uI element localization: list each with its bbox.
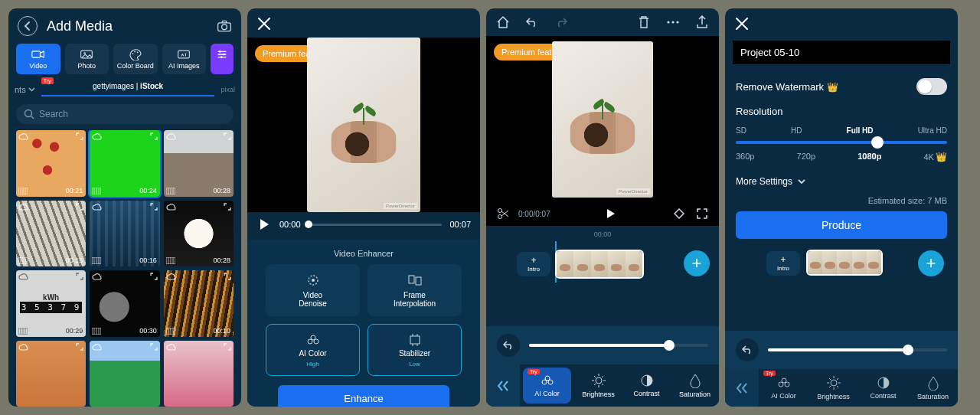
add-clip-button[interactable]: + [918, 250, 944, 276]
value-slider[interactable] [529, 344, 708, 347]
crown-icon: 👑 [936, 152, 947, 162]
more-settings-button[interactable]: More Settings [725, 172, 958, 194]
tool-brightness[interactable]: Brightness [808, 369, 858, 407]
seek-knob[interactable] [305, 221, 312, 228]
resolution-slider[interactable] [736, 141, 947, 144]
play-button[interactable] [603, 206, 619, 221]
reset-button[interactable] [497, 334, 520, 357]
source-getty[interactable]: Try gettyimages | iStock [41, 82, 215, 96]
tool-contrast[interactable]: Contrast [622, 364, 671, 407]
tab-aiimages[interactable]: AI Images [162, 44, 207, 74]
brightness-icon [826, 375, 841, 390]
thumb-duration: 00:21 [66, 187, 83, 194]
tools-back-button[interactable] [725, 369, 759, 407]
media-thumb[interactable]: 00:24 [90, 130, 159, 197]
back-button[interactable] [18, 16, 38, 36]
slider-knob[interactable] [903, 345, 913, 355]
seek-slider[interactable] [309, 224, 443, 226]
filmstrip-icon [92, 257, 101, 264]
tab-colorboard[interactable]: Color Board [113, 44, 158, 74]
opt-interpolation[interactable]: Frame Interpolation [368, 264, 462, 316]
cloud-icon [166, 203, 177, 212]
media-thumb[interactable]: 00:15 [16, 201, 86, 267]
delete-button[interactable] [636, 15, 652, 30]
chevron-double-left-icon [735, 382, 749, 394]
tool-brightness[interactable]: Brightness [574, 364, 622, 407]
tool-aicolor[interactable]: TryAI Color [523, 368, 571, 404]
keyframe-button[interactable] [671, 206, 687, 221]
tool-saturation[interactable]: Saturation [671, 364, 719, 407]
svg-point-7 [137, 51, 139, 53]
tool-label: Saturation [679, 390, 710, 398]
denoise-icon [305, 273, 322, 288]
undo-button[interactable] [524, 15, 540, 30]
tool-contrast[interactable]: Contrast [858, 369, 908, 407]
tools-back-button[interactable] [486, 364, 520, 407]
more-icon [666, 20, 680, 25]
resolution-categories: SD HD Full HD Ultra HD [725, 120, 958, 136]
watermark-toggle[interactable] [916, 78, 947, 95]
opt-label: Video Denoise [299, 291, 327, 308]
media-thumb[interactable]: 00:21 [16, 130, 86, 197]
media-thumb[interactable]: 00:10 [164, 270, 234, 337]
close-button[interactable] [734, 16, 751, 33]
home-button[interactable] [495, 15, 511, 30]
scissors-button[interactable] [495, 206, 511, 221]
reset-button[interactable] [736, 338, 759, 361]
svg-point-38 [596, 377, 602, 384]
project-name-input[interactable]: Project 05-10 [733, 41, 950, 64]
opt-denoise[interactable]: Video Denoise [266, 264, 360, 316]
expand-icon [150, 273, 158, 280]
opt-label: Stabilizer [399, 349, 430, 358]
add-clip-button[interactable]: + [684, 250, 710, 276]
expand-icon [224, 273, 231, 280]
more-button[interactable] [665, 15, 681, 30]
svg-point-6 [134, 51, 136, 53]
media-thumb[interactable]: 00:28 [164, 130, 234, 197]
enhancer-panel: Video Enhancer Video Denoise Frame Inter… [247, 240, 480, 407]
tab-video[interactable]: Video [16, 44, 60, 74]
timeline[interactable]: +Intro + [725, 247, 958, 280]
media-thumb[interactable]: 00:28 [164, 201, 234, 267]
media-thumb[interactable] [16, 341, 86, 407]
value-slider[interactable] [768, 348, 947, 351]
timeline-clip[interactable] [555, 250, 644, 279]
undo-icon [741, 345, 753, 355]
close-button[interactable] [256, 16, 273, 33]
camera-button[interactable] [217, 18, 232, 34]
intro-button[interactable]: +Intro [517, 252, 550, 276]
tab-fx[interactable] [211, 44, 234, 74]
svg-point-11 [220, 56, 223, 58]
opt-stabilizer[interactable]: Stabilizer Low [368, 324, 462, 376]
opt-aicolor[interactable]: AI Color High [266, 324, 360, 376]
resolution-values: 360p 720p 1080p 4K👑 [725, 147, 958, 172]
media-thumb[interactable]: kWh3 5 3 7 900:29 [16, 270, 86, 337]
media-thumb[interactable]: 00:16 [90, 201, 159, 267]
media-thumb[interactable] [90, 341, 159, 407]
search-input[interactable]: Search [16, 104, 234, 124]
timeline[interactable]: +Intro + [486, 241, 719, 283]
tab-photo[interactable]: Photo [65, 44, 109, 74]
export-button[interactable] [694, 15, 710, 30]
media-thumb[interactable] [164, 341, 234, 407]
timeline-clip[interactable] [806, 250, 883, 276]
play-icon [606, 208, 616, 219]
tool-saturation[interactable]: Saturation [908, 369, 958, 407]
enhance-button[interactable]: Enhance [278, 385, 449, 407]
slider-knob[interactable] [871, 136, 884, 149]
expand-icon [76, 273, 83, 280]
saturation-icon [927, 375, 939, 390]
tool-aicolor[interactable]: TryAI Color [759, 369, 808, 407]
watermark: PowerDirector [616, 188, 650, 194]
cloud-icon [18, 203, 29, 212]
source-pixabay[interactable]: pixal [220, 86, 235, 93]
source-recents[interactable]: nts [15, 85, 35, 94]
media-thumb[interactable]: 00:30 [90, 270, 159, 337]
produce-button[interactable]: Produce [736, 211, 947, 239]
play-button[interactable] [256, 217, 272, 232]
stabilizer-icon [407, 332, 423, 346]
intro-button[interactable]: +Intro [766, 251, 800, 276]
slider-knob[interactable] [664, 340, 675, 351]
chevron-down-icon [28, 87, 35, 92]
fullscreen-button[interactable] [694, 206, 710, 221]
